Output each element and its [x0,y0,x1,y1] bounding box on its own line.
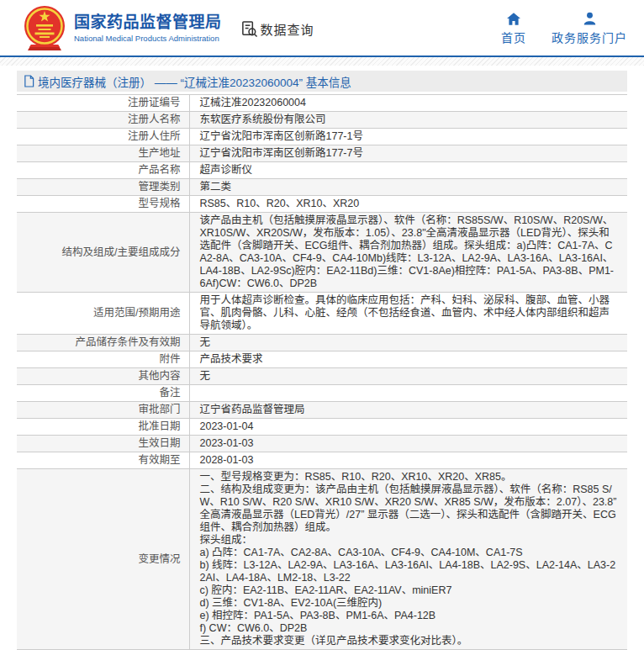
table-row: 备注 [17,385,627,402]
table-row: 注册人住所 辽宁省沈阳市浑南区创新路177-1号 [17,129,627,145]
table-row-structure: 结构及组成/主要组成成分 该产品由主机（包括触摸屏液晶显示器）、软件（名称：RS… [17,213,627,293]
row-label: 产品名称 [17,162,189,179]
row-value: 东软医疗系统股份有限公司 [189,112,627,129]
row-label: 有效期至 [17,452,189,469]
table-row: 生产地址 辽宁省沈阳市浑南区创新路177-7号 [17,145,627,162]
row-label: 产品储存条件及有效期 [17,335,189,351]
row-value: 辽宁省沈阳市浑南区创新路177-1号 [189,129,627,145]
table-row: 附件 产品技术要求 [17,351,627,368]
brand-block: 国家药品监督管理局 National Medical Products Admi… [74,13,222,44]
row-label: 备注 [17,385,189,402]
document-search-icon [240,20,258,38]
row-label: 注册人住所 [17,129,189,145]
table-row: 生效日期 2023-01-03 [17,436,627,452]
row-label: 结构及组成/主要组成成分 [17,213,189,293]
row-value: 辽宁省药品监督管理局 [189,402,627,419]
header-nav: 首页 政务服务门户 [501,11,627,45]
row-label: 管理类别 [17,179,189,196]
table-row: 产品名称 超声诊断仪 [17,162,627,179]
table-row: 型号规格 RS85、R10、R20、XR10、XR20 [17,196,627,213]
row-value: 一、型号规格变更为：RS85、R10、R20、XR10、XR20、XR85。 二… [189,469,627,650]
main-content: 境内医疗器械（注册） —— “辽械注准20232060004” 基本信息 注册证… [17,71,627,650]
row-label: 其他内容 [17,368,189,385]
row-value: 2023-01-03 [189,436,627,452]
table-row: 有效期至 2028-01-03 [17,452,627,469]
row-label: 附件 [17,351,189,368]
row-value: 辽械注准20232060004 [189,95,627,112]
table-row: 批准日期 2023-01-04 [17,419,627,436]
nav-home[interactable]: 首页 [501,11,526,45]
table-row-changes: 变更情况 一、型号规格变更为：RS85、R10、R20、XR10、XR20、XR… [17,469,627,650]
table-row: 注册人名称 东软医疗系统股份有限公司 [17,112,627,129]
table-row-scope: 适用范围/预期用途 用于人体超声诊断检查。具体的临床应用包括：产科、妇科、泌尿科… [17,293,627,335]
row-value: RS85、R10、R20、XR10、XR20 [189,196,627,213]
nav-portal[interactable]: 政务服务门户 [552,11,627,45]
row-label: 审批部门 [17,402,189,419]
nav-portal-label: 政务服务门户 [552,29,627,45]
page-title: 境内医疗器械（注册） —— “辽械注准20232060004” 基本信息 [38,73,351,90]
table-row: 管理类别 第二类 [17,179,627,196]
home-icon [507,11,520,25]
user-icon [583,11,596,25]
row-value: 无 [189,335,627,351]
national-emblem-logo [24,5,66,52]
registration-info-table: 注册证编号 辽械注准20232060004 注册人名称 东软医疗系统股份有限公司… [17,94,627,650]
table-row: 审批部门 辽宁省药品监督管理局 [17,402,627,419]
nav-home-label: 首页 [501,29,526,45]
row-value: 用于人体超声诊断检查。具体的临床应用包括：产科、妇科、泌尿科、腹部、血管、小器官… [189,293,627,335]
row-value: 辽宁省沈阳市浑南区创新路177-7号 [189,145,627,162]
data-query-tab[interactable]: 数据查询 [240,20,314,38]
table-row: 注册证编号 辽械注准20232060004 [17,95,627,112]
hatch-strip [0,57,644,66]
row-label: 注册证编号 [17,95,189,112]
row-value: 2023-01-04 [189,419,627,436]
row-label: 型号规格 [17,196,189,213]
table-row: 其他内容 无 [17,368,627,385]
site-title: 国家药品监督管理局 [74,13,222,33]
row-value: 第二类 [189,179,627,196]
row-label: 适用范围/预期用途 [17,293,189,335]
breadcrumb: 境内医疗器械（注册） —— “辽械注准20232060004” 基本信息 [17,71,627,92]
site-subtitle: National Medical Products Administration [74,33,222,44]
table-row: 产品储存条件及有效期 无 [17,335,627,351]
row-value: 产品技术要求 [189,351,627,368]
row-value: 超声诊断仪 [189,162,627,179]
row-value: 无 [189,368,627,385]
page-icon [24,75,34,87]
row-label: 生产地址 [17,145,189,162]
row-value: 2028-01-03 [189,452,627,469]
row-label: 生效日期 [17,436,189,452]
row-label: 注册人名称 [17,112,189,129]
row-value: 该产品由主机（包括触摸屏液晶显示器）、软件（名称：RS85S/W、R10S/W、… [189,213,627,293]
row-value [189,385,627,402]
data-query-label: 数据查询 [261,20,314,38]
site-header: 国家药品监督管理局 National Medical Products Admi… [0,0,644,55]
row-label: 批准日期 [17,419,189,436]
row-label: 变更情况 [17,469,189,650]
